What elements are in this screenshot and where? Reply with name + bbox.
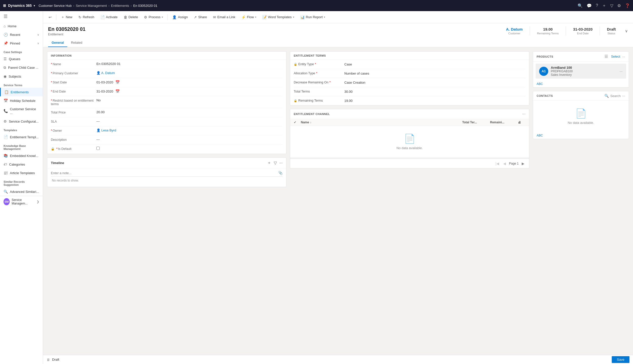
embedded-icon: 📚 [4,154,8,158]
page-first-icon[interactable]: |◀ [494,161,500,166]
page-next-icon[interactable]: ▶ [521,161,525,166]
products-abc-label[interactable]: ABC [533,81,629,87]
sidebar-item-customer-service[interactable]: 📞 Customer Service ... [0,105,43,117]
settings-icon[interactable]: ⚙ [617,3,621,8]
contacts-more-icon[interactable]: ··· [622,94,625,98]
is-default-checkbox[interactable] [96,147,100,150]
et-entity-type-value[interactable]: Case [344,62,525,66]
product-more-icon-0[interactable]: ··· [620,69,623,73]
email-button[interactable]: ✉ Email a Link [210,14,238,21]
hub-name[interactable]: Customer Service Hub [38,4,72,8]
information-form: *Name En 03052020 01 *Primary Customer 👤… [47,60,286,154]
products-select-button[interactable]: Select [611,55,620,58]
sidebar-item-advanced-similar[interactable]: 🔍 Advanced Similari... [0,187,43,196]
sidebar-item-pinned[interactable]: 📌 Pinned ∨ [0,39,43,48]
chat-icon[interactable]: 💬 [587,3,592,8]
primary-customer-link[interactable]: 👤 A. Datum [96,71,115,75]
et-decrease-remaining-value[interactable]: Case Creation [344,81,525,84]
field-restrict-label: *Restrict based on entitlement terms [51,98,96,106]
field-description-value[interactable]: --- [96,138,283,141]
et-remaining-terms-label: 🔒 Remaining Terms [294,99,344,102]
sidebar-footer[interactable]: SM Service Managem... ❯ [0,196,43,207]
sidebar-item-categories[interactable]: 🏷 Categories [0,160,43,169]
categories-icon: 🏷 [4,162,7,166]
sidebar-item-parent-child[interactable]: ⧉ Parent Child Case ... [0,63,43,72]
save-button[interactable]: Save [612,356,629,363]
help-icon[interactable]: ? [596,3,598,8]
contacts-abc-label[interactable]: ABC [533,132,629,139]
delete-label: Delete [129,15,138,19]
question-icon[interactable]: ❓ [625,3,630,8]
sidebar-item-embedded-knowl[interactable]: 📚 Embedded Knowl... [0,151,43,160]
timeline-more-button[interactable]: ··· [279,161,283,165]
meta-customer-value[interactable]: A. Datum [506,27,523,31]
activate-button[interactable]: 📄 Activate [98,14,120,21]
channel-remain-header[interactable]: Remaini... [490,121,518,124]
sidebar-item-home[interactable]: ⌂ Home [0,22,43,30]
sidebar-item-entitlements[interactable]: 📋 Entitlements [0,88,43,96]
main-content: INFORMATION *Name En 03052020 01 *Primar… [43,47,633,355]
field-name-value[interactable]: En 03052020 01 [96,62,283,66]
channel-more-icon[interactable]: ··· [522,112,525,116]
filter-icon[interactable]: ▽ [610,3,613,8]
et-allocation-type-value[interactable]: Number of cases [344,72,525,75]
tab-general[interactable]: General [48,39,67,47]
process-button[interactable]: ⚙ Process ▾ [141,14,165,21]
sidebar-item-holiday[interactable]: 📅 Holiday Schedule [0,96,43,105]
sidebar-item-recent[interactable]: 🕐 Recent ∨ [0,30,43,39]
timeline-attach-icon[interactable]: 📎 [278,171,283,175]
meta-status-label: Status [607,32,616,35]
start-date-text[interactable]: 01-03-2020 [96,80,113,84]
products-list-icon: ☰ [604,54,608,59]
sidebar-item-article-templates[interactable]: 📰 Article Templates [0,169,43,177]
sidebar-item-service-config[interactable]: ⚙ Service Configurat... [0,117,43,126]
et-allocation-type-label: Allocation Type * [294,72,344,75]
word-templates-icon: 📝 [262,15,267,19]
channel-print-header[interactable]: 🖨 [518,121,525,124]
products-header: PRODUCTS ☰ Select ··· [533,52,629,62]
sidebar-item-subjects[interactable]: ◉ Subjects [0,72,43,81]
contacts-search-label[interactable]: Search [610,94,621,98]
run-report-button[interactable]: 📊 Run Report ▾ [298,14,328,21]
queues-label: Queues [9,57,20,61]
end-date-text[interactable]: 31-03-2020 [96,89,113,93]
product-avatar-0: A1 [539,67,548,76]
flow-button[interactable]: ⚡ Flow ▾ [239,14,259,21]
assign-button[interactable]: 👤 Assign [170,14,190,21]
timeline-filter-button[interactable]: ▽ [274,161,277,165]
et-total-terms-value[interactable]: 30.00 [344,90,525,94]
timeline-note-input[interactable] [51,171,278,175]
share-button[interactable]: ↗ Share [191,14,209,21]
search-nav-icon[interactable]: 🔍 [578,3,583,8]
owner-link[interactable]: 👤 Lesa Byrd [96,128,116,132]
sidebar-item-queues[interactable]: ☰ Queues [0,55,43,63]
app-brand[interactable]: ⊞ Dynamics 365 ▾ [3,4,35,8]
end-date-calendar-icon[interactable]: 📅 [115,89,120,93]
new-button[interactable]: ＋ New [58,13,75,21]
bc-entitlements[interactable]: Entitlements [111,4,129,8]
field-sla-value[interactable]: --- [96,119,283,123]
channel-name-header[interactable]: Name ↕ [301,121,462,124]
contacts-card: CONTACTS 🔍 Search ··· 📄 No data availabl… [533,91,629,139]
start-date-calendar-icon[interactable]: 📅 [115,80,120,84]
field-total-price-value[interactable]: 20.00 [96,110,283,114]
add-icon[interactable]: ＋ [602,3,606,8]
et-field-total-terms: Total Terms 30.00 [294,87,525,96]
meta-expand-icon[interactable]: ∨ [625,29,628,33]
entitlement-templ-icon: 📄 [4,135,8,139]
page-prev-icon[interactable]: ◀ [502,161,507,166]
bc-service-mgmt[interactable]: Service Management [76,4,107,8]
field-description: Description --- [51,135,283,145]
refresh-button[interactable]: ↻ Refresh [76,14,97,21]
sidebar-item-entitlement-templ[interactable]: 📄 Entitlement Templ... [0,133,43,141]
word-templates-button[interactable]: 📝 Word Templates ▾ [260,14,297,21]
et-remaining-terms-value[interactable]: 19.00 [344,99,525,103]
history-button[interactable]: ↩ [46,14,54,21]
tab-related[interactable]: Related [67,39,86,47]
channel-total-header[interactable]: Total Ter... [462,121,490,124]
delete-button[interactable]: 🗑 Delete [121,14,141,21]
hamburger-button[interactable]: ☰ [0,11,43,22]
products-more-icon[interactable]: ··· [622,55,625,59]
field-restrict-value[interactable]: No [96,98,283,102]
timeline-add-button[interactable]: ＋ [267,160,271,166]
